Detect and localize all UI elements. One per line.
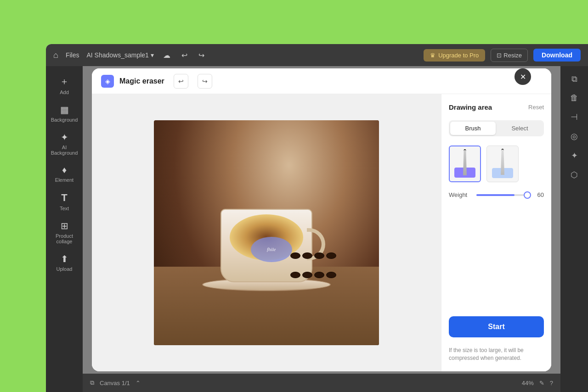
start-button[interactable]: Start bbox=[449, 316, 544, 337]
brush-preview-1 bbox=[449, 146, 481, 182]
modal: ◈ Magic eraser ↩ ↪ bbox=[92, 68, 551, 371]
home-icon[interactable]: ⌂ bbox=[53, 50, 58, 60]
sidebar-item-product-collage[interactable]: ⊞ Product collage bbox=[49, 217, 80, 248]
brush-button[interactable]: Brush bbox=[450, 122, 496, 135]
drawing-area-title: Drawing area bbox=[449, 103, 492, 111]
sidebar-label-text: Text bbox=[60, 206, 69, 211]
modal-settings-panel: Drawing area Reset Brush Select bbox=[441, 94, 551, 371]
weight-thumb bbox=[524, 191, 531, 199]
footer-note: If the size is too large, it will be com… bbox=[449, 347, 544, 362]
modal-undo-button[interactable]: ↩ bbox=[174, 74, 188, 89]
sidebar-item-upload[interactable]: ⬆ Upload bbox=[49, 250, 80, 275]
crown-icon: ♛ bbox=[430, 52, 435, 59]
modal-title: Magic eraser bbox=[119, 77, 164, 85]
magic-eraser-icon: ◈ bbox=[101, 75, 114, 88]
sidebar-label-element: Element bbox=[55, 177, 74, 183]
ai-filter-icon[interactable]: ⬡ bbox=[568, 167, 581, 183]
coffee-image[interactable]: fhile bbox=[154, 120, 379, 345]
redo-icon: ↪ bbox=[202, 78, 208, 85]
resize-icon: ⊡ bbox=[497, 52, 502, 59]
weight-row: Weight 60 bbox=[449, 191, 544, 198]
magic-eraser-right-icon[interactable]: ✦ bbox=[568, 148, 581, 163]
modal-overlay: ✕ ◈ Magic eraser ↩ ↪ bbox=[83, 66, 560, 374]
undo-icon: ↩ bbox=[178, 78, 184, 85]
cloud-icon[interactable]: ☁ bbox=[163, 51, 170, 60]
product-collage-icon: ⊞ bbox=[61, 220, 68, 231]
zoom-level: 44% bbox=[522, 380, 534, 386]
info-icon[interactable]: ✎ bbox=[539, 380, 544, 386]
topbar-right: ♛ Upgrade to Pro ⊡ Resize Download bbox=[424, 49, 581, 62]
layers-bottom-icon[interactable]: ⧉ bbox=[90, 379, 94, 386]
undo-icon[interactable]: ↩ bbox=[181, 51, 187, 60]
right-panel: ⧉ 🗑 ⊣ ◎ ✦ ⬡ bbox=[560, 66, 588, 392]
chevron-down-icon: ▾ bbox=[151, 51, 154, 59]
brush-option-2[interactable] bbox=[486, 146, 519, 182]
brush-preview-2 bbox=[486, 146, 519, 182]
sidebar-item-background[interactable]: ▦ Background bbox=[49, 101, 80, 126]
app-window: ⌂ Files AI Shadows_sample1 ▾ ☁ ↩ ↪ ♛ Upg… bbox=[46, 44, 588, 392]
bottom-bar: ⧉ Canvas 1/1 ⌃ 44% ✎ ? bbox=[83, 374, 560, 392]
sidebar-label-add: Add bbox=[60, 90, 69, 95]
drawing-area-header: Drawing area Reset bbox=[449, 103, 544, 111]
sidebar-label-product-collage: Product collage bbox=[51, 233, 77, 244]
select-button[interactable]: Select bbox=[497, 122, 543, 135]
close-icon: ✕ bbox=[520, 73, 526, 81]
adjust-icon[interactable]: ◎ bbox=[568, 129, 581, 144]
fold-icon[interactable]: ⊣ bbox=[568, 109, 581, 125]
resize-button[interactable]: ⊡ Resize bbox=[491, 49, 528, 62]
modal-close-button[interactable]: ✕ bbox=[514, 68, 531, 85]
selection-bubble: fhile bbox=[251, 237, 292, 262]
sidebar-label-background: Background bbox=[51, 117, 78, 123]
text-icon: T bbox=[61, 192, 67, 204]
add-icon: ＋ bbox=[60, 75, 69, 88]
reset-button[interactable]: Reset bbox=[528, 104, 544, 111]
coffee-beans bbox=[290, 252, 345, 289]
weight-value: 60 bbox=[533, 191, 544, 198]
modal-body: fhile Drawing area Reset Brush Select bbox=[92, 94, 551, 371]
sidebar-item-text[interactable]: T Text bbox=[49, 188, 80, 215]
selection-text: fhile bbox=[267, 246, 276, 252]
layers-icon[interactable]: ⧉ bbox=[569, 72, 580, 87]
element-icon: ♦ bbox=[62, 165, 67, 175]
redo-icon[interactable]: ↪ bbox=[198, 51, 204, 60]
weight-slider[interactable] bbox=[476, 194, 527, 196]
canvas-chevron-icon[interactable]: ⌃ bbox=[136, 380, 141, 386]
sidebar-label-upload: Upload bbox=[57, 266, 73, 272]
topbar: ⌂ Files AI Shadows_sample1 ▾ ☁ ↩ ↪ ♛ Upg… bbox=[46, 44, 588, 66]
sidebar-item-add[interactable]: ＋ Add bbox=[49, 72, 80, 99]
ai-background-icon: ✦ bbox=[61, 132, 68, 143]
brush-tip bbox=[463, 150, 467, 175]
sidebar: ＋ Add ▦ Background ✦ AI Background ♦ Ele… bbox=[46, 66, 83, 392]
modal-redo-button[interactable]: ↪ bbox=[198, 74, 212, 89]
project-name[interactable]: AI Shadows_sample1 ▾ bbox=[86, 51, 153, 59]
canvas-label: Canvas 1/1 bbox=[100, 380, 130, 386]
modal-canvas-panel[interactable]: fhile bbox=[92, 94, 441, 371]
brush-option-1[interactable] bbox=[449, 146, 481, 182]
help-icon[interactable]: ? bbox=[550, 380, 553, 386]
brush-select-toggle: Brush Select bbox=[449, 120, 544, 136]
sidebar-item-ai-background[interactable]: ✦ AI Background bbox=[49, 128, 80, 159]
modal-header: ◈ Magic eraser ↩ ↪ bbox=[92, 68, 551, 94]
upload-icon: ⬆ bbox=[61, 253, 68, 264]
sidebar-item-element[interactable]: ♦ Element bbox=[49, 161, 80, 186]
spacer bbox=[449, 207, 544, 307]
weight-track bbox=[476, 194, 514, 196]
brush-tip-2 bbox=[501, 150, 504, 175]
download-button[interactable]: Download bbox=[533, 49, 581, 62]
files-link[interactable]: Files bbox=[66, 51, 79, 59]
sidebar-label-ai-background: AI Background bbox=[51, 145, 78, 156]
background-icon: ▦ bbox=[60, 104, 69, 115]
delete-icon[interactable]: 🗑 bbox=[567, 90, 581, 106]
upgrade-button[interactable]: ♛ Upgrade to Pro bbox=[424, 49, 485, 62]
brush-options bbox=[449, 146, 544, 182]
weight-label: Weight bbox=[449, 191, 471, 198]
